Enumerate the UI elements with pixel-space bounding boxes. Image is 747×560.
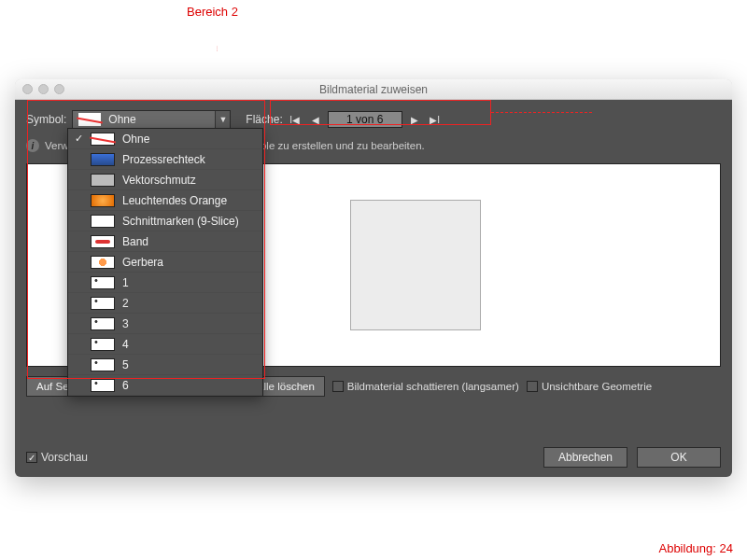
dropdown-item[interactable]: Leuchtendes Orange [68,190,262,211]
flaeche-label: Fläche: [246,113,282,126]
preview-artboard [350,200,481,330]
dropdown-item-label: Band [122,235,148,248]
annotation-arrow-top [217,21,218,77]
dropdown-item[interactable]: 6 [68,375,262,396]
invisible-geometry-checkbox[interactable]: Unsichtbare Geometrie [527,381,652,392]
swatch-icon [91,174,115,187]
dropdown-item-label: 6 [122,379,129,392]
first-icon[interactable]: I◀ [287,111,303,128]
dropdown-item[interactable]: 2 [68,293,262,314]
chevron-down-icon: ▼ [215,111,230,128]
symbol-dropdown-value: Ohne [106,113,215,126]
titlebar: Bildmaterial zuweisen [15,79,732,100]
dropdown-item-label: 4 [122,338,129,351]
checkbox-icon [527,381,538,392]
dropdown-item-label: 2 [122,297,129,310]
next-icon[interactable]: ▶ [406,111,423,128]
annotation-label-top: Bereich 2 [187,5,238,19]
swatch-icon [91,215,115,228]
swatch-icon [91,379,115,392]
symbol-label: Symbol: [26,113,66,126]
prev-icon[interactable]: ◀ [307,111,324,128]
dropdown-item-label: Prozessrechteck [122,153,205,166]
dropdown-item[interactable]: 4 [68,334,262,355]
panel: Symbol: Ohne ▼ Fläche: I◀ ◀ 1 von 6 ▶ ▶I… [15,100,732,477]
dropdown-item-label: Vektorschmutz [122,174,196,187]
cancel-button[interactable]: Abbrechen [543,447,627,468]
swatch-icon [91,235,115,248]
symbol-swatch-none [78,113,101,126]
dropdown-item-label: 5 [122,358,129,371]
swatch-icon [91,338,115,351]
swatch-icon [91,358,115,371]
preview-label: Vorschau [41,451,88,464]
info-icon: i [26,139,39,152]
swatch-icon [91,317,115,330]
dropdown-item[interactable]: Vektorschmutz [68,170,262,190]
dropdown-item[interactable]: Schnittmarken (9-Slice) [68,211,262,231]
shade-label: Bildmaterial schattieren (langsamer) [347,381,519,392]
swatch-icon [91,194,115,207]
dropdown-item[interactable]: Gerbera [68,252,262,273]
dropdown-item[interactable]: Prozessrechteck [68,149,262,170]
shade-checkbox[interactable]: Bildmaterial schattieren (langsamer) [332,381,519,392]
dropdown-item[interactable]: 3 [68,314,262,334]
dropdown-item-label: Gerbera [122,256,163,269]
check-icon: ✓ [74,133,83,145]
dialog-window: Bildmaterial zuweisen Symbol: Ohne ▼ Flä… [15,79,732,477]
preview-checkbox[interactable]: Vorschau [26,451,88,464]
dropdown-item-label: Ohne [122,133,149,146]
hint-prefix: Verw [45,140,69,151]
invisible-label: Unsichtbare Geometrie [542,381,652,392]
dropdown-item[interactable]: ✓Ohne [68,129,262,149]
dropdown-item-label: 1 [122,276,129,289]
last-icon[interactable]: ▶I [427,111,444,128]
symbol-dropdown[interactable]: Ohne ▼ [72,110,231,129]
dropdown-item-label: Leuchtendes Orange [122,194,227,207]
dropdown-item[interactable]: 5 [68,355,262,375]
swatch-icon [91,153,115,166]
dropdown-item-label: Schnittmarken (9-Slice) [122,215,239,228]
symbol-dropdown-list[interactable]: ✓OhneProzessrechteckVektorschmutzLeuchte… [67,128,263,397]
annotation-label-bottom: Abbildung: 24 [658,541,733,555]
swatch-icon [91,276,115,289]
swatch-icon [91,297,115,310]
checkbox-icon [332,381,344,392]
dropdown-item[interactable]: Band [68,231,262,252]
window-title: Bildmaterial zuweisen [15,83,732,96]
flaeche-indicator[interactable]: 1 von 6 [328,111,402,128]
swatch-icon [91,256,115,269]
checkbox-checked-icon [26,452,37,463]
dropdown-item[interactable]: 1 [68,273,262,293]
swatch-icon [91,133,115,146]
dropdown-item-label: 3 [122,317,129,330]
ok-button[interactable]: OK [637,447,721,468]
